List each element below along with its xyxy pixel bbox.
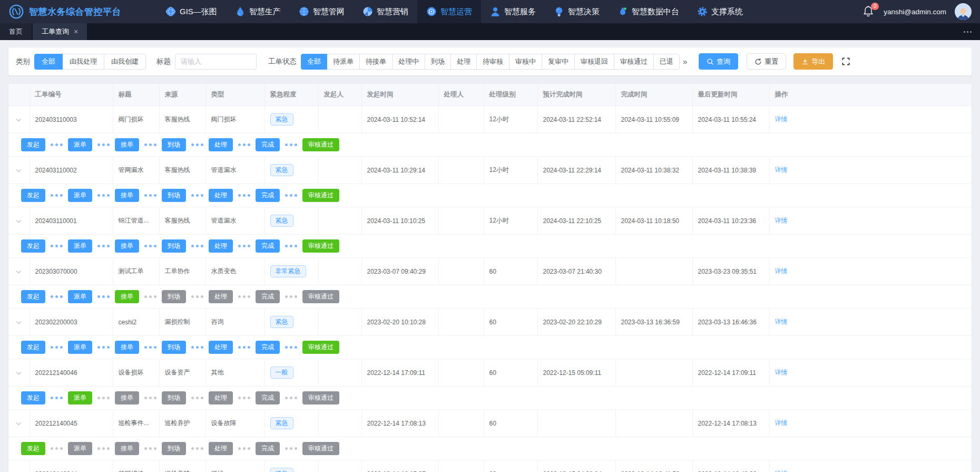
- status-option-已退[interactable]: 已退: [653, 54, 680, 70]
- reset-button[interactable]: 重置: [747, 53, 786, 70]
- cell-level: 12小时: [484, 207, 537, 235]
- cell-initiator: [318, 157, 361, 184]
- workflow-step-badge: 派单: [68, 138, 92, 151]
- search-button[interactable]: 查询: [699, 53, 738, 70]
- cell-title: ceshi2: [113, 309, 159, 336]
- cell-initiator: [318, 460, 361, 472]
- topbar-right: 0 yanshi@admin.com: [863, 0, 972, 23]
- expand-row-icon[interactable]: [16, 219, 22, 223]
- cell-type: 咨询: [205, 309, 264, 336]
- status-option-复审中[interactable]: 复审中: [542, 54, 575, 70]
- droplet-icon: [235, 6, 246, 17]
- close-icon[interactable]: ×: [74, 28, 78, 35]
- status-option-处理[interactable]: 处理: [450, 54, 477, 70]
- cell-finish-time: [615, 359, 692, 387]
- urgency-badge: 一般: [270, 367, 293, 379]
- cell-handler: [438, 106, 484, 133]
- logo-icon: [8, 4, 24, 20]
- flow-connector-dots: [238, 295, 250, 298]
- workflow-step-badge: 接单: [115, 442, 139, 455]
- detail-link[interactable]: 详情: [775, 267, 788, 275]
- urgency-badge: 非常紧急: [270, 265, 306, 277]
- status-option-审核退回[interactable]: 审核退回: [574, 54, 614, 70]
- nav-item-GIS—张图[interactable]: GIS—张图: [156, 0, 226, 23]
- nav-item-智慧营销[interactable]: 智慧营销: [354, 0, 417, 23]
- filter-bar: 类别 全部由我处理由我创建 标题 工单状态 全部待派单待接单处理中到场处理待审核…: [8, 47, 972, 75]
- expand-row-icon[interactable]: [16, 118, 22, 122]
- category-option-由我创建[interactable]: 由我创建: [104, 54, 146, 70]
- nav-item-智慧运营[interactable]: 智慧运营: [417, 0, 481, 23]
- status-option-待审核[interactable]: 待审核: [476, 54, 509, 70]
- detail-link[interactable]: 详情: [775, 318, 788, 325]
- workorder-row: 202302200003ceshi2漏损控制咨询紧急2023-02-20 10:…: [8, 309, 972, 336]
- brand: 智慧水务综合管控平台: [8, 0, 138, 23]
- user-avatar[interactable]: [955, 3, 972, 20]
- flow-connector-dots: [238, 397, 250, 399]
- cell-title: 阀门损坏: [113, 106, 159, 133]
- nav-item-智慧决策[interactable]: 智慧决策: [545, 0, 609, 23]
- cell-finish-time: 2024-03-11 10:18:50: [615, 207, 692, 235]
- detail-link[interactable]: 详情: [775, 115, 788, 123]
- category-option-全部[interactable]: 全部: [34, 54, 63, 70]
- cell-title: 管网维修...: [113, 460, 159, 472]
- col-操作: 操作: [769, 84, 972, 106]
- tab-工单查询[interactable]: 工单查询×: [33, 23, 88, 40]
- expand-row-icon[interactable]: [16, 422, 22, 426]
- export-button[interactable]: 导出: [793, 53, 833, 70]
- nav-item-智慧管网[interactable]: 智慧管网: [290, 0, 354, 23]
- nav-item-智慧生产[interactable]: 智慧生产: [226, 0, 290, 23]
- nav-item-智慧数据中台[interactable]: 智慧数据中台: [609, 0, 688, 23]
- nav-item-label: 智慧营销: [377, 7, 408, 17]
- expand-row-icon[interactable]: [16, 371, 22, 375]
- status-option-审核中[interactable]: 审核中: [509, 54, 542, 70]
- expand-row-icon[interactable]: [16, 169, 22, 172]
- nav-item-label: 智慧生产: [249, 7, 281, 17]
- status-option-审核通过[interactable]: 审核通过: [614, 54, 654, 70]
- flow-connector-dots: [97, 447, 110, 450]
- title-search-input[interactable]: [175, 54, 257, 70]
- expand-row-icon[interactable]: [16, 270, 22, 274]
- flow-connector-dots: [238, 346, 250, 349]
- flow-connector-dots: [191, 194, 203, 197]
- workflow-step-badge: 接单: [115, 189, 139, 202]
- notification-bell[interactable]: 0: [863, 5, 875, 18]
- workflow-step-badge: 派单: [68, 189, 92, 202]
- status-option-待派单[interactable]: 待派单: [327, 54, 360, 70]
- nav-item-label: GIS—张图: [180, 7, 217, 17]
- cell-handler: [438, 207, 484, 235]
- status-option-处理中[interactable]: 处理中: [392, 54, 425, 70]
- nav-item-支撑系统[interactable]: 支撑系统: [688, 0, 752, 23]
- status-option-待接单[interactable]: 待接单: [359, 54, 393, 70]
- user-email[interactable]: yanshi@admin.com: [884, 8, 946, 16]
- flow-connector-dots: [97, 245, 110, 247]
- tab-首页[interactable]: 首页: [0, 23, 33, 40]
- status-option-全部[interactable]: 全部: [301, 54, 327, 70]
- workflow-step-badge: 到场: [162, 442, 186, 455]
- status-option-到场[interactable]: 到场: [425, 54, 451, 70]
- cell-expected-time: 2023-03-07 21:40:30: [537, 258, 615, 285]
- workflow-step-badge: 接单: [115, 391, 139, 404]
- workflow-step-badge: 发起: [21, 391, 45, 404]
- workflow-step-badge: 处理: [209, 391, 233, 404]
- nav-item-智慧服务[interactable]: 智慧服务: [481, 0, 545, 23]
- cell-source: 客服热线: [159, 157, 205, 184]
- detail-link[interactable]: 详情: [775, 217, 788, 224]
- detail-link[interactable]: 详情: [775, 419, 788, 427]
- workflow-step-badge: 发起: [21, 341, 45, 354]
- status-overflow-chevron[interactable]: »: [683, 57, 687, 66]
- expand-row-icon[interactable]: [16, 321, 22, 324]
- category-option-由我处理[interactable]: 由我处理: [62, 54, 104, 70]
- detail-link[interactable]: 详情: [775, 369, 788, 376]
- detail-link[interactable]: 详情: [775, 470, 788, 472]
- cell-order-no: 202303070000: [30, 258, 113, 285]
- workflow-step-badge: 完成: [256, 442, 280, 455]
- fullscreen-icon[interactable]: [841, 57, 850, 66]
- cell-handler: [438, 157, 484, 184]
- detail-link[interactable]: 详情: [775, 166, 788, 174]
- ellipsis-icon: [964, 31, 965, 33]
- nav-item-label: 智慧管网: [313, 7, 345, 17]
- flow-connector-dots: [97, 194, 110, 197]
- flow-connector-dots: [285, 346, 297, 349]
- cell-source: 客服热线: [159, 207, 205, 235]
- tab-overflow-menu[interactable]: [955, 23, 980, 40]
